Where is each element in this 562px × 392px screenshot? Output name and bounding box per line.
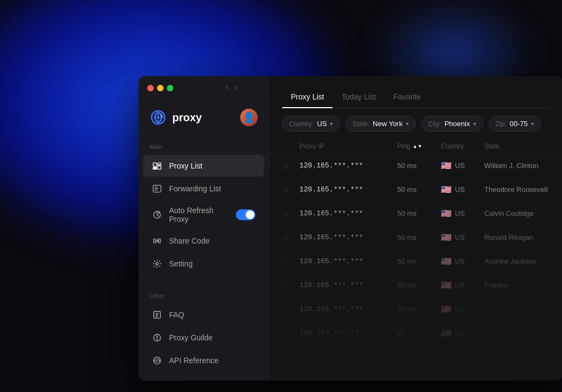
flag-icon: 🇺🇸 xyxy=(441,208,452,219)
main-content: Proxy List Today List Favorite Country: … xyxy=(269,76,562,381)
country-cell: 🇺🇸 US xyxy=(441,232,484,242)
row-star-cell: ☆ xyxy=(282,305,299,314)
country-cell: 🇺🇸 US xyxy=(441,160,484,171)
user-avatar[interactable] xyxy=(240,109,258,126)
table-row[interactable]: ☆ 120.165.***.*** 50 ms 🇺🇸 US Frankie xyxy=(269,273,562,297)
sort-icon: ▲▼ xyxy=(413,144,422,149)
flag-icon: 🇺🇸 xyxy=(441,328,452,338)
sidebar-item-forwarding-list[interactable]: Forwarding List xyxy=(143,178,264,200)
app-title: proxy xyxy=(172,111,202,124)
row-star-cell: ☆ xyxy=(282,233,299,242)
svg-rect-4 xyxy=(153,163,157,166)
filter-zip-label: Zip: xyxy=(496,120,507,128)
country-code: US xyxy=(455,305,465,313)
svg-point-12 xyxy=(156,263,159,265)
filter-zip[interactable]: Zip: 00-75 ▾ xyxy=(489,116,541,132)
state-cell: Andrew Jackson xyxy=(484,257,549,265)
favorite-star[interactable]: ☆ xyxy=(282,257,289,266)
sidebar-item-faq[interactable]: FAQ xyxy=(143,304,264,326)
setting-icon xyxy=(152,258,163,269)
share-code-label: Share Code xyxy=(169,237,255,245)
col-star xyxy=(282,142,299,150)
favorite-star[interactable]: ☆ xyxy=(282,185,289,194)
country-code: US xyxy=(455,185,465,194)
proxy-logo-icon xyxy=(149,109,167,126)
filter-city-label: City: xyxy=(428,120,441,128)
country-code: US xyxy=(455,209,465,217)
ping-cell: 50 ms xyxy=(397,281,441,289)
table-row[interactable]: ☆ 120.165.***.*** 50 ms 🇺🇸 US Andrew Jac… xyxy=(269,250,562,273)
filter-zip-value: 00-75 xyxy=(510,120,528,128)
ping-cell: 50 ms xyxy=(397,161,441,170)
filter-city-value: Phoenix xyxy=(445,120,470,128)
sidebar-item-setting[interactable]: Setting xyxy=(143,253,264,275)
sidebar-item-share-code[interactable]: Share Code xyxy=(143,230,264,252)
auto-refresh-toggle[interactable] xyxy=(236,209,255,220)
favorite-star[interactable]: ☆ xyxy=(282,161,289,170)
svg-rect-7 xyxy=(158,166,161,169)
svg-rect-6 xyxy=(158,163,161,165)
content-header: Proxy List Today List Favorite xyxy=(269,76,562,108)
sidebar-item-api-reference[interactable]: API Reference xyxy=(143,350,264,371)
table-row[interactable]: ☆ 120.165.***.*** 50 ms 🇺🇸 US Theodore R… xyxy=(269,178,562,202)
table-row[interactable]: ☆ 120.165.***.** 50 🇺🇸 US xyxy=(269,321,562,345)
ping-sort[interactable]: Ping ▲▼ xyxy=(397,142,422,150)
back-arrow[interactable]: ‹ xyxy=(226,83,228,91)
filter-country[interactable]: Country: US ▾ xyxy=(282,116,340,132)
avatar-image xyxy=(240,109,258,126)
table-row[interactable]: ☆ 120.165.***.*** 50 ms 🇺🇸 US William J.… xyxy=(269,154,562,178)
proxy-table: ☆ 120.165.***.*** 50 ms 🇺🇸 US William J.… xyxy=(269,154,562,381)
sidebar-item-proxy-list[interactable]: Proxy List xyxy=(143,155,264,177)
favorite-star[interactable]: ☆ xyxy=(282,233,289,242)
tab-favorite[interactable]: Favorite xyxy=(385,86,430,108)
row-star-cell: ☆ xyxy=(282,257,299,266)
favorite-star[interactable]: ☆ xyxy=(282,209,289,218)
filter-city[interactable]: City: Phoenix ▾ xyxy=(421,116,483,132)
proxy-ip-cell: 120.165.***.*** xyxy=(299,305,397,313)
country-code: US xyxy=(455,233,465,241)
sidebar-item-proxy-guide[interactable]: Proxy Guilde xyxy=(143,327,264,349)
faq-label: FAQ xyxy=(169,310,255,319)
forward-arrow[interactable]: › xyxy=(235,83,238,91)
api-reference-label: API Reference xyxy=(169,356,255,365)
table-row[interactable]: ☆ 120.165.***.*** 50 ms 🇺🇸 US xyxy=(269,297,562,321)
section-other-label: Other xyxy=(139,284,268,303)
country-code: US xyxy=(455,281,465,289)
nav-arrows: ‹ › xyxy=(226,83,237,91)
country-cell: 🇺🇸 US xyxy=(441,184,484,195)
table-row[interactable]: ☆ 120.165.***.*** 50 ms 🇺🇸 US Calvin Coo… xyxy=(269,202,562,226)
country-cell: 🇺🇸 US xyxy=(441,208,484,219)
country-cell: 🇺🇸 US xyxy=(441,280,484,290)
setting-label: Setting xyxy=(169,259,255,268)
table-row[interactable]: ☆ 120.165.***.*** 50 ms 🇺🇸 US Ronald Rea… xyxy=(269,226,562,250)
country-cell: 🇺🇸 US xyxy=(441,256,484,266)
svg-rect-13 xyxy=(154,312,161,319)
forwarding-list-icon xyxy=(152,183,163,194)
proxy-ip-cell: 120.165.***.*** xyxy=(299,257,397,265)
state-cell: Theodore Roosevelt xyxy=(484,185,549,194)
favorite-star[interactable]: ☆ xyxy=(282,281,289,290)
minimize-button[interactable] xyxy=(157,85,164,91)
row-star-cell: ☆ xyxy=(282,329,299,338)
favorite-star[interactable]: ☆ xyxy=(282,305,289,314)
filter-state[interactable]: State: New York ▾ xyxy=(345,116,415,132)
state-cell: Ronald Reagan xyxy=(484,233,549,241)
tab-proxy-list[interactable]: Proxy List xyxy=(282,86,333,108)
filter-country-arrow: ▾ xyxy=(330,121,333,127)
close-button[interactable] xyxy=(147,85,154,91)
state-cell: Frankie xyxy=(484,281,549,289)
faq-icon xyxy=(152,309,163,320)
filters-row: Country: US ▾ State: New York ▾ City: Ph… xyxy=(269,108,562,139)
sidebar-item-auto-refresh[interactable]: Auto Refresh Proxy xyxy=(143,201,264,229)
tab-today-list[interactable]: Today List xyxy=(333,86,384,108)
ping-cell: 50 ms xyxy=(397,257,441,265)
favorite-star[interactable]: ☆ xyxy=(282,329,289,338)
svg-rect-10 xyxy=(154,239,156,242)
tabs-bar: Proxy List Today List Favorite xyxy=(282,86,549,108)
proxy-ip-cell: 120.165.***.*** xyxy=(299,281,397,289)
flag-icon: 🇺🇸 xyxy=(441,160,452,171)
maximize-button[interactable] xyxy=(167,85,173,91)
state-cell: Calvin Coolidge xyxy=(484,209,549,217)
filter-city-arrow: ▾ xyxy=(473,121,476,127)
flag-icon: 🇺🇸 xyxy=(441,304,452,314)
